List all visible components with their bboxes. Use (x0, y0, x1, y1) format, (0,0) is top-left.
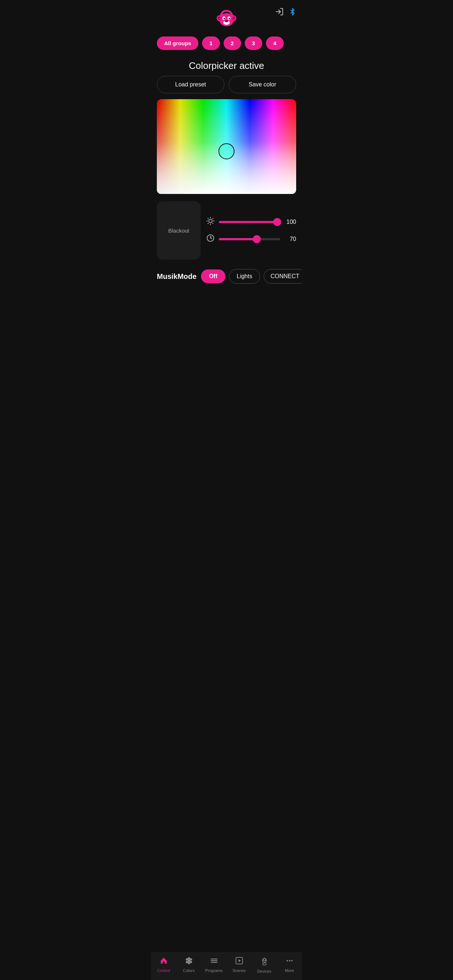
colorpicker-gradient[interactable] (157, 99, 296, 194)
brightness-value: 100 (284, 219, 296, 225)
more-icon (285, 957, 294, 967)
nav-label-devices: Devices (257, 969, 271, 974)
brightness-icon (206, 217, 215, 227)
brightness-slider-row: 100 (206, 217, 296, 227)
nav-label-control: Control (157, 968, 170, 973)
svg-point-30 (188, 962, 190, 964)
colors-icon (185, 957, 193, 967)
speed-value: 70 (284, 236, 296, 242)
brightness-fill (219, 221, 277, 223)
svg-point-29 (188, 958, 190, 959)
scenes-icon (235, 957, 243, 967)
action-buttons: Load preset Save color (151, 76, 302, 99)
colorpicker-title: Colorpicker active (151, 54, 302, 76)
nav-label-scenes: Scenes (232, 968, 246, 973)
speed-thumb[interactable] (253, 235, 261, 243)
save-color-button[interactable]: Save color (229, 76, 296, 93)
nav-label-more: More (285, 968, 294, 973)
musikmode-lights-button[interactable]: Lights (229, 269, 260, 284)
svg-line-17 (208, 218, 208, 219)
nav-item-colors[interactable]: Colors (176, 957, 201, 974)
svg-point-12 (227, 21, 228, 22)
groups-row: All groups 1 2 3 4 (151, 33, 302, 54)
blackout-label: Blackout (168, 228, 189, 234)
nav-item-control[interactable]: Control (151, 957, 176, 974)
devices-icon (261, 957, 268, 967)
speed-track[interactable] (219, 238, 280, 240)
svg-point-4 (232, 16, 235, 20)
colorpicker-canvas[interactable] (157, 99, 296, 194)
load-preset-button[interactable]: Load preset (157, 76, 224, 93)
group-btn-1[interactable]: 1 (202, 37, 220, 50)
sliders-col: 100 70 (206, 217, 296, 244)
brightness-thumb[interactable] (273, 218, 281, 226)
svg-line-21 (208, 223, 208, 223)
svg-point-11 (225, 21, 226, 22)
speed-fill (219, 238, 257, 240)
svg-point-3 (218, 16, 221, 20)
svg-point-26 (190, 958, 192, 960)
colorpicker-cursor[interactable] (219, 143, 234, 159)
bottom-nav: Control Colors Programs (151, 953, 302, 980)
speed-icon (206, 234, 215, 244)
app-logo (215, 7, 238, 29)
nav-label-colors: Colors (183, 968, 195, 973)
musikmode-label: MusikMode (157, 272, 196, 281)
group-btn-2[interactable]: 2 (223, 37, 241, 50)
nav-item-devices[interactable]: Devices (252, 957, 277, 974)
svg-point-39 (289, 960, 290, 961)
musikmode-connect-button[interactable]: CONNECT (264, 269, 302, 284)
nav-item-scenes[interactable]: Scenes (226, 957, 252, 974)
nav-item-programs[interactable]: Programs (201, 957, 226, 974)
group-btn-3[interactable]: 3 (245, 37, 262, 50)
svg-point-37 (264, 962, 265, 963)
svg-point-7 (223, 18, 225, 19)
group-btn-4[interactable]: 4 (266, 37, 283, 50)
svg-point-38 (286, 960, 288, 961)
nav-label-programs: Programs (205, 968, 223, 973)
nav-item-more[interactable]: More (277, 957, 302, 974)
bottom-spacer (151, 287, 302, 320)
svg-line-18 (213, 223, 213, 223)
group-btn-all[interactable]: All groups (157, 37, 198, 50)
musikmode-bar: MusikMode Off Lights CONNECT (151, 263, 302, 287)
svg-point-10 (225, 20, 228, 22)
speed-slider-row: 70 (206, 234, 296, 244)
svg-point-40 (291, 960, 292, 961)
svg-line-22 (213, 218, 213, 219)
svg-point-28 (190, 961, 192, 963)
svg-point-14 (209, 219, 212, 223)
blackout-box[interactable]: Blackout (157, 201, 201, 259)
svg-point-8 (229, 18, 230, 19)
controls-row: Blackout 100 (151, 194, 302, 263)
login-icon[interactable] (275, 7, 284, 18)
svg-point-27 (186, 961, 188, 963)
programs-icon (210, 957, 219, 967)
header (151, 0, 302, 33)
bluetooth-icon[interactable] (289, 7, 296, 18)
header-icons (275, 7, 296, 18)
brightness-track[interactable] (219, 221, 280, 223)
musikmode-off-button[interactable]: Off (201, 269, 225, 283)
control-icon (160, 957, 168, 967)
svg-marker-35 (239, 959, 241, 962)
svg-point-25 (186, 958, 188, 960)
svg-point-24 (188, 959, 190, 962)
